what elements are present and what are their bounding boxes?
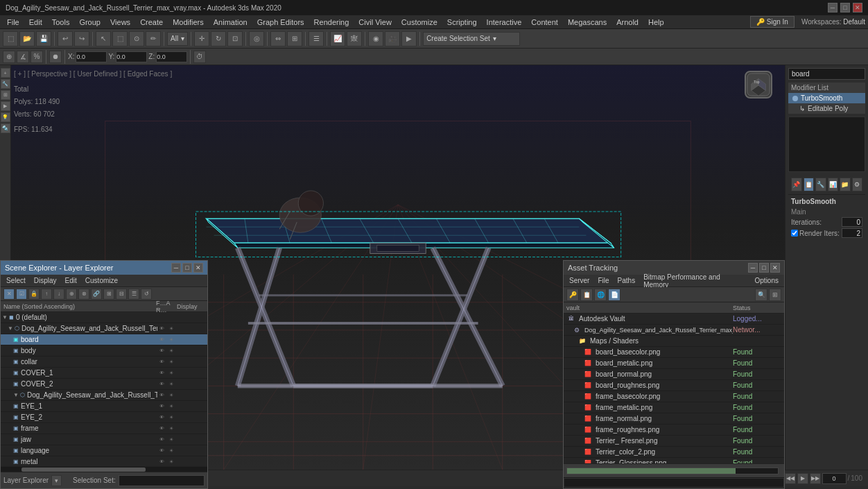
motion-icon[interactable]: ▶	[1, 101, 10, 111]
at-menu-bitmap-perf[interactable]: Bitmap Performance and Memory	[641, 273, 749, 289]
layer-row-board[interactable]: ▣ board 👁 ☀	[1, 334, 207, 345]
mod-tab-active[interactable]: 📋	[804, 178, 815, 191]
le-tb-refresh[interactable]: ↺	[141, 289, 152, 300]
at-row-board-base[interactable]: 🟥 board_basecolor.png Found	[564, 347, 784, 358]
menu-modifiers[interactable]: Modifiers	[168, 17, 208, 28]
le-selection-input[interactable]	[119, 475, 205, 486]
hierarchy-icon[interactable]: ⊞	[1, 90, 10, 100]
selection-set-dropdown[interactable]: Create Selection Set ▾	[423, 32, 520, 46]
menu-create[interactable]: Create	[136, 17, 167, 28]
mod-tab-3[interactable]: 📊	[828, 178, 839, 191]
layer-row-language[interactable]: ▣ language 👁 ☀	[1, 445, 207, 456]
at-row-terrier-gloss[interactable]: 🟥 Terrier_Glossiness.png Found	[564, 458, 784, 463]
rotate-btn[interactable]: ↻	[211, 31, 226, 46]
menu-animation[interactable]: Animation	[209, 17, 252, 28]
mod-tab-2[interactable]: 🔧	[815, 178, 826, 191]
at-row-frame-normal[interactable]: 🟥 frame_normal.png Found	[564, 413, 784, 424]
at-row-board-rough[interactable]: 🟥 board_roughnes.png Found	[564, 380, 784, 391]
le-tb-lock[interactable]: 🔒	[28, 289, 40, 300]
at-tb-btn4[interactable]: 📄	[608, 289, 620, 301]
le-tb-check[interactable]: ☑	[16, 289, 27, 300]
at-row-terrier-fresnel[interactable]: 🟥 Terrier_ Fresnel.png Found	[564, 436, 784, 447]
menu-views[interactable]: Views	[106, 17, 134, 28]
at-row-frame-base[interactable]: 🟥 frame_basecolor.png Found	[564, 391, 784, 402]
at-search-input[interactable]	[564, 478, 784, 488]
scale-btn[interactable]: ⊡	[227, 31, 243, 46]
open-btn[interactable]: 📂	[19, 31, 35, 46]
at-row-frame-metalic[interactable]: 🟥 frame_metalic.png Found	[564, 402, 784, 413]
le-tb-link[interactable]: 🔗	[91, 289, 102, 300]
nav-cube-face[interactable]: Top	[745, 71, 772, 98]
render-btn[interactable]: ▶	[401, 31, 417, 46]
le-menu-customize[interactable]: Customize	[83, 277, 121, 284]
align-btn[interactable]: ⊞	[287, 31, 302, 46]
layer-row-default[interactable]: ▼ ◼ 0 (default)	[1, 312, 207, 323]
play-btn[interactable]: ▶	[797, 473, 808, 484]
layer-row-eye1[interactable]: ▣ EYE_1 👁 ☀	[1, 401, 207, 412]
select-region-btn[interactable]: ⬚	[112, 31, 128, 46]
lasso-btn[interactable]: ⊙	[129, 31, 144, 46]
modifier-item-editable-poly[interactable]: ↳ Editable Poly	[788, 103, 865, 114]
menu-group[interactable]: Group	[75, 17, 105, 28]
time-config[interactable]: ⏱	[193, 51, 206, 63]
at-menu-file[interactable]: File	[595, 277, 611, 284]
render-iters-input[interactable]	[842, 228, 862, 238]
modify-icon[interactable]: 🔧	[1, 79, 10, 89]
le-tb-down[interactable]: ↓	[53, 289, 64, 300]
layer-row-dog-subgroup[interactable]: ▼ ⬡ Dog_Agility_Seesaw_and_Jack_Russell_…	[1, 390, 207, 401]
layer-row-jaw[interactable]: ▣ jaw 👁 ☀	[1, 434, 207, 445]
x-coord[interactable]	[76, 51, 107, 62]
layer-row-metal[interactable]: ▣ metal 👁 ☀	[1, 456, 207, 466]
le-tb-up[interactable]: ↑	[41, 289, 52, 300]
le-minimize-btn[interactable]: ─	[171, 263, 181, 273]
mod-tab-5[interactable]: ⚙	[852, 178, 863, 191]
snap-percent[interactable]: %	[31, 51, 43, 63]
at-row-maxfile[interactable]: ⚙ Dog_Agility_Seesaw_and_Jack_Russell_Te…	[564, 325, 784, 336]
menu-interactive[interactable]: Interactive	[483, 17, 526, 28]
frame-input[interactable]	[822, 473, 847, 484]
prev-frame-btn[interactable]: ◀◀	[785, 473, 796, 484]
reference-btn[interactable]: ◎	[249, 31, 264, 46]
menu-graph-editors[interactable]: Graph Editors	[253, 17, 309, 28]
le-menu-select[interactable]: Select	[3, 277, 28, 284]
menu-file[interactable]: File	[3, 17, 24, 28]
undo-btn[interactable]: ↩	[58, 31, 73, 46]
menu-rendering[interactable]: Rendering	[310, 17, 354, 28]
layer-row-body[interactable]: ▣ body 👁 ☀	[1, 345, 207, 357]
maximize-btn[interactable]: □	[840, 3, 850, 12]
le-hscrollbar[interactable]	[1, 466, 207, 472]
at-close-btn[interactable]: ✕	[770, 263, 780, 273]
le-tb-remove[interactable]: ⊗	[78, 289, 89, 300]
menu-customize[interactable]: Customize	[397, 17, 442, 28]
at-menu-server[interactable]: Server	[566, 277, 592, 284]
select-btn[interactable]: ↖	[96, 31, 111, 46]
menu-scripting[interactable]: Scripting	[443, 17, 481, 28]
le-footer-dropdown[interactable]: ▾	[51, 475, 62, 486]
le-tb-x[interactable]: ✕	[3, 289, 15, 300]
y-coord[interactable]	[116, 51, 147, 62]
at-restore-btn[interactable]: □	[759, 263, 769, 273]
filter-dropdown[interactable]: All ▾	[167, 32, 188, 46]
layer-row-frame[interactable]: ▣ frame 👁 ☀	[1, 423, 207, 434]
utilities-icon[interactable]: 🔩	[1, 123, 10, 133]
le-tb-add[interactable]: ⊕	[66, 289, 77, 300]
create-icon[interactable]: +	[1, 68, 10, 78]
at-content[interactable]: 🏛 Autodesk Vault Logged... ⚙ Dog_Agility…	[564, 314, 784, 463]
display-icon[interactable]: 💡	[1, 112, 10, 122]
animate-key[interactable]: ⏺	[49, 51, 62, 63]
curve-editor-btn[interactable]: 📈	[330, 31, 345, 46]
object-name-input[interactable]: board	[788, 68, 865, 80]
at-row-frame-rough[interactable]: 🟥 frame_roughnes.png Found	[564, 424, 784, 436]
le-menu-display[interactable]: Display	[31, 277, 60, 284]
layer-row-cover1[interactable]: ▣ COVER_1 👁 ☀	[1, 368, 207, 379]
at-tb-btn2[interactable]: 📋	[580, 289, 593, 301]
at-tb-btn3[interactable]: 🌐	[594, 289, 607, 301]
at-tb-btn1[interactable]: 🔑	[566, 289, 579, 301]
layer-row-collar[interactable]: ▣ collar 👁 ☀	[1, 357, 207, 368]
mirror-btn[interactable]: ⇔	[270, 31, 286, 46]
material-editor-btn[interactable]: ◉	[368, 31, 383, 46]
menu-edit[interactable]: Edit	[25, 17, 46, 28]
le-tb-list[interactable]: ☰	[128, 289, 139, 300]
pin-btn[interactable]: 📌	[791, 178, 802, 191]
menu-tools[interactable]: Tools	[48, 17, 74, 28]
